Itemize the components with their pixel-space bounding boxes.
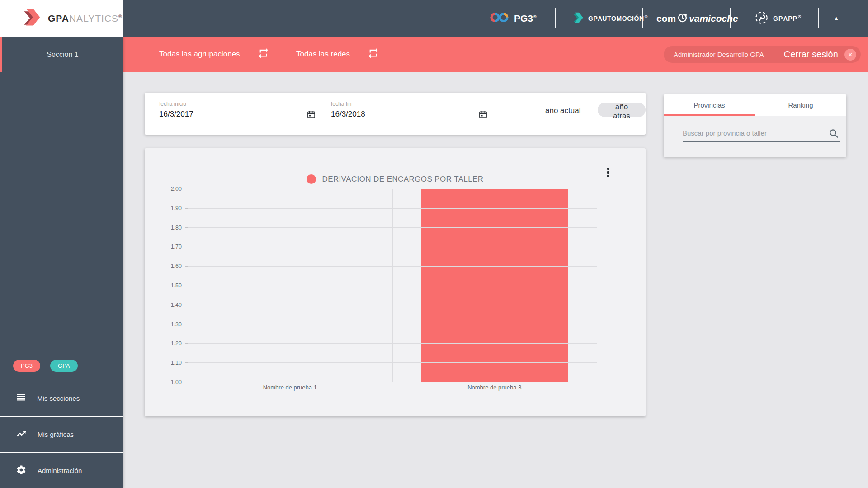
y-tick <box>185 324 188 324</box>
y-tick <box>185 382 188 382</box>
gpapp-label: GPΛPP® <box>773 14 802 22</box>
sidebar-item-mis-secciones[interactable]: Mis secciones <box>0 380 123 416</box>
pg3-infinity-icon <box>490 11 509 26</box>
y-tick <box>185 227 188 228</box>
user-name: Administrador Desarrollo GPA <box>674 51 764 58</box>
gridline <box>188 266 597 267</box>
panel-tabs: Provincias Ranking <box>664 94 846 116</box>
y-tick-label: 1.10 <box>171 360 182 366</box>
nav-label: Mis secciones <box>37 394 80 402</box>
gpapp-logo: GPΛPP® <box>755 0 802 37</box>
brand-name: GPANALYTICS® <box>48 13 122 24</box>
gpautomocion-label: GPΛUTOMOCIÓN® <box>588 14 648 22</box>
end-date-input[interactable]: 16/3/2018 <box>331 110 488 123</box>
sidebar-nav: Mis secciones Mis gráficas Administració… <box>0 380 123 488</box>
category-label: Nombre de prueba 3 <box>392 384 597 391</box>
pg3-label: PG3® <box>514 13 537 24</box>
gpautomocion-logo: GPΛUTOMOCIÓN® <box>571 0 648 37</box>
gpanalytics-logo: GPANALYTICS® <box>0 0 123 37</box>
panel-body <box>664 116 846 157</box>
y-tick-label: 1.90 <box>171 205 182 211</box>
nav-label: Administración <box>38 467 82 474</box>
y-tick <box>185 266 188 267</box>
gridline <box>188 247 597 247</box>
y-tick-label: 1.30 <box>171 321 182 328</box>
y-tick <box>185 247 188 247</box>
gridline <box>188 286 597 286</box>
comovamicoche-right-text: vamicoche <box>689 13 738 24</box>
calendar-icon[interactable] <box>307 110 316 121</box>
tab-provincias[interactable]: Provincias <box>664 94 755 116</box>
collapse-header-button[interactable]: ▲ <box>827 0 845 37</box>
end-date-label: fecha fin <box>331 101 488 107</box>
nav-label: Mis gráficas <box>38 431 74 438</box>
filter-toolbar: Todas las agrupaciones Todas las redes A… <box>123 37 868 72</box>
app-root: GPANALYTICS® PG3® GPΛUTOMOCIÓN® <box>0 0 868 488</box>
current-year-button[interactable]: año actual <box>545 106 580 115</box>
y-tick <box>185 305 188 305</box>
sidebar-item-mis-graficas[interactable]: Mis gráficas <box>0 416 123 452</box>
gridline <box>188 362 597 363</box>
gridline <box>188 382 597 382</box>
y-tick-label: 1.20 <box>171 340 182 347</box>
top-header: GPANALYTICS® PG3® GPΛUTOMOCIÓN® <box>0 0 868 37</box>
provinces-panel: Provincias Ranking <box>664 94 846 157</box>
gridline <box>188 305 597 305</box>
gpautomocion-arrow-icon <box>571 12 584 25</box>
chart-header: DERIVACION DE ENCARGOS POR TALLER <box>145 174 646 184</box>
tab-ranking[interactable]: Ranking <box>755 94 846 116</box>
header-divider <box>730 8 731 28</box>
header-divider <box>818 8 819 28</box>
logout-button[interactable]: Cerrar sesión ✕ <box>784 49 856 61</box>
y-tick-label: 1.00 <box>171 379 182 385</box>
previous-year-button[interactable]: año atras <box>598 103 646 117</box>
y-tick-label: 1.50 <box>171 282 182 289</box>
list-icon <box>16 392 26 404</box>
redes-label: Todas las redes <box>296 50 350 59</box>
y-tick-label: 1.60 <box>171 263 182 269</box>
y-tick-label: 2.00 <box>171 186 182 192</box>
y-tick <box>185 286 188 286</box>
y-tick <box>185 362 188 363</box>
sidebar-badges: PG3 GPA <box>13 360 78 372</box>
search-input[interactable] <box>683 127 840 141</box>
pg3-badge[interactable]: PG3 <box>13 360 40 372</box>
swap-icon[interactable] <box>257 47 269 61</box>
header-divider <box>642 8 643 28</box>
y-tick <box>185 189 188 189</box>
y-tick <box>185 343 188 344</box>
start-date-input[interactable]: 16/3/2017 <box>159 110 316 123</box>
search-icon[interactable] <box>829 128 839 141</box>
start-date-label: fecha inicio <box>159 101 316 107</box>
start-date-field: fecha inicio 16/3/2017 <box>159 101 316 123</box>
y-tick-label: 1.40 <box>171 302 182 308</box>
y-tick <box>185 208 188 209</box>
end-date-field: fecha fin 16/3/2018 <box>331 101 488 123</box>
calendar-icon[interactable] <box>479 110 487 121</box>
comovamicoche-logo: com vamicoche <box>656 0 738 37</box>
sidebar-item-administracion[interactable]: Administración <box>0 452 123 488</box>
clock-icon <box>677 12 688 25</box>
sidebar-item-seccion-1[interactable]: Sección 1 <box>0 37 123 72</box>
close-icon[interactable]: ✕ <box>844 49 856 61</box>
date-filter-card: fecha inicio 16/3/2017 fecha fin 16/3/20… <box>145 93 646 135</box>
chart-plot <box>188 189 597 382</box>
gpanalytics-arrow-icon <box>21 8 42 29</box>
redes-selector[interactable]: Todas las redes <box>296 37 379 72</box>
sidebar: Sección 1 PG3 GPA Mis secciones Mis gráf… <box>0 37 123 488</box>
chart-card: DERIVACION DE ENCARGOS POR TALLER 2.001.… <box>145 148 646 416</box>
logout-label: Cerrar sesión <box>784 49 838 60</box>
gpa-badge[interactable]: GPA <box>50 360 78 372</box>
chevron-up-icon: ▲ <box>834 15 840 22</box>
chart-icon <box>16 428 27 441</box>
chart-ylabels: 2.001.901.801.701.601.501.401.301.201.10… <box>145 189 184 382</box>
end-date-value: 16/3/2018 <box>331 110 365 118</box>
chart-category-labels: Nombre de prueba 1Nombre de prueba 3 <box>188 384 597 391</box>
agrupaciones-label: Todas las agrupaciones <box>159 50 240 59</box>
comovamicoche-left-text: com <box>656 13 676 24</box>
agrupaciones-selector[interactable]: Todas las agrupaciones <box>159 37 269 72</box>
user-session-pill: Administrador Desarrollo GPA Cerrar sesi… <box>664 46 861 63</box>
gridline <box>188 189 597 189</box>
pg3-logo: PG3® <box>490 0 537 37</box>
swap-icon[interactable] <box>367 47 379 61</box>
